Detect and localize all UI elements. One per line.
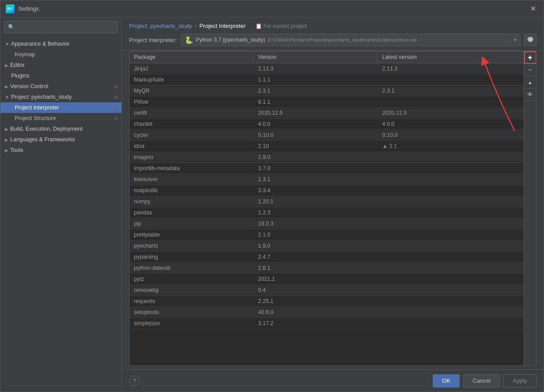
ok-button[interactable]: OK <box>433 374 460 388</box>
interpreter-label: Project Interpreter: <box>129 37 177 43</box>
pycharm-logo: PC <box>6 4 15 13</box>
table-row[interactable]: idna2.10▲ 3.1 <box>129 141 524 152</box>
settings-window: PC Settings ✕ 🔍 ▼ Appearance & Behavior … <box>0 0 544 392</box>
package-name-cell: pip <box>129 218 254 229</box>
table-row[interactable]: imageio2.9.0 <box>129 152 524 163</box>
table-row[interactable]: chardet4.0.04.0.0 <box>129 119 524 130</box>
package-name-cell: chardet <box>129 119 254 129</box>
package-latest-cell <box>378 318 524 329</box>
package-latest-cell <box>378 296 524 307</box>
expand-arrow: ▶ <box>5 63 8 68</box>
package-name-cell: pyparsing <box>129 252 254 262</box>
package-latest-cell: 2.11.3 <box>378 63 524 74</box>
table-row[interactable]: certifi2020.12.52020.12.5 <box>129 108 524 119</box>
copy-icon: ⧉ <box>114 105 118 111</box>
table-row[interactable]: kiwisolver1.3.1 <box>129 174 524 185</box>
breadcrumb-parent[interactable]: Project: pyecharts_study <box>129 23 192 29</box>
search-icon: 🔍 <box>8 24 15 30</box>
sidebar-item-project[interactable]: ▼ Project: pyecharts_study ⧉ <box>0 92 121 102</box>
package-latest-cell: ▲ 3.1 <box>378 141 524 151</box>
table-row[interactable]: requests2.25.1 <box>129 296 524 307</box>
package-version-cell: 4.0.0 <box>254 119 378 129</box>
packages-table[interactable]: Package Version Latest version Jinja22.1… <box>129 51 524 365</box>
package-name-cell: cycler <box>129 130 254 140</box>
package-latest-cell <box>378 97 524 107</box>
package-name-cell: python-dateutil <box>129 263 254 273</box>
add-package-button[interactable]: + <box>524 51 536 64</box>
table-row[interactable]: pip19.0.3 <box>129 218 524 229</box>
table-container: Package Version Latest version Jinja22.1… <box>129 51 536 366</box>
sidebar-item-languages[interactable]: ▶ Languages & Frameworks <box>0 134 121 145</box>
sidebar-item-plugins[interactable]: Plugins <box>0 70 121 81</box>
table-row[interactable]: pytz2021.1 <box>129 274 524 285</box>
package-version-cell: 1.2.3 <box>254 207 378 218</box>
sidebar-item-project-interpreter[interactable]: Project Interpreter ⧉ <box>0 102 121 113</box>
sidebar-item-label: Appearance & Behavior <box>11 41 70 47</box>
remove-package-button[interactable]: − <box>524 64 536 76</box>
breadcrumb-tag[interactable]: 📋 For current project <box>255 23 307 29</box>
table-row[interactable]: MyQR2.3.12.3.1 <box>129 85 524 97</box>
sidebar-item-project-structure[interactable]: Project Structure ⧉ <box>0 113 121 124</box>
expand-arrow: ▶ <box>5 84 8 89</box>
python-icon: 🐍 <box>184 36 193 44</box>
sidebar-item-keymap[interactable]: Keymap <box>0 49 121 60</box>
table-row[interactable]: python-dateutil2.8.1 <box>129 263 524 274</box>
sidebar-item-editor[interactable]: ▶ Editor <box>0 60 121 70</box>
cancel-button[interactable]: Cancel <box>463 374 500 388</box>
apply-button[interactable]: Apply <box>503 374 536 388</box>
interpreter-gear-button[interactable] <box>524 34 536 46</box>
package-version-cell: 1.9.0 <box>254 241 378 251</box>
sidebar-nav: ▼ Appearance & Behavior Keymap ▶ Editor … <box>0 37 121 392</box>
interpreter-select[interactable]: 🐍 Python 3.7 (pyecharts_study) D:\CWork\… <box>180 34 521 46</box>
package-name-cell: pytz <box>129 274 254 284</box>
titlebar: PC Settings ✕ <box>0 0 544 17</box>
eye-button[interactable]: 👁 <box>524 89 536 101</box>
sidebar-item-appearance[interactable]: ▼ Appearance & Behavior <box>0 39 121 49</box>
package-name-cell: Pillow <box>129 97 254 107</box>
table-row[interactable]: Pillow8.1.1 <box>129 97 524 108</box>
help-button[interactable]: ? <box>129 376 140 386</box>
sidebar-item-label: Tools <box>10 147 23 153</box>
table-row[interactable]: setuptools40.8.0 <box>129 307 524 318</box>
table-row[interactable]: cycler0.10.00.10.0 <box>129 130 524 141</box>
table-row[interactable]: numpy1.20.1 <box>129 196 524 207</box>
package-name-cell: requests <box>129 296 254 307</box>
upgrade-button[interactable]: ▲ <box>524 76 536 89</box>
sidebar-item-version-control[interactable]: ▶ Version Control ⧉ <box>0 81 121 92</box>
table-row[interactable]: Jinja22.11.32.11.3 <box>129 63 524 74</box>
breadcrumb-current: Project Interpreter <box>200 23 246 29</box>
search-box[interactable]: 🔍 <box>4 21 118 33</box>
package-latest-cell <box>378 163 524 174</box>
package-name-cell: MyQR <box>129 85 254 96</box>
package-latest-cell <box>378 229 524 240</box>
package-latest-cell <box>378 174 524 185</box>
package-latest-cell <box>378 263 524 273</box>
sidebar-item-label: Project Interpreter <box>15 105 59 111</box>
panel-header: Project: pyecharts_study › Project Inter… <box>122 17 544 51</box>
package-latest-cell <box>378 241 524 251</box>
package-version-cell: 3.17.2 <box>254 318 378 329</box>
search-input[interactable] <box>17 24 114 30</box>
table-row[interactable]: importlib-metadata3.7.0 <box>129 163 524 174</box>
table-row[interactable]: pandas1.2.3 <box>129 207 524 218</box>
interpreter-value: Python 3.7 (pyecharts_study) <box>196 37 265 43</box>
package-version-cell: 2.10 <box>254 141 378 151</box>
package-name-cell: simplejson <box>129 318 254 329</box>
table-row[interactable]: prettytable2.1.0 <box>129 229 524 241</box>
package-version-cell: 2.25.1 <box>254 296 378 307</box>
close-button[interactable]: ✕ <box>528 4 538 14</box>
table-row[interactable]: pyparsing2.4.7 <box>129 252 524 263</box>
package-name-cell: kiwisolver <box>129 174 254 185</box>
package-version-cell: 0.4 <box>254 285 378 295</box>
table-row[interactable]: simplejson3.17.2 <box>129 318 524 329</box>
table-row[interactable]: matplotlib3.3.4 <box>129 185 524 196</box>
table-row[interactable]: MarkupSafe1.1.1 <box>129 74 524 85</box>
sidebar-item-build[interactable]: ▶ Build, Execution, Deployment <box>0 124 121 134</box>
sidebar-item-tools[interactable]: ▶ Tools <box>0 145 121 155</box>
window-title: Settings <box>18 5 528 12</box>
table-row[interactable]: removebg0.4 <box>129 285 524 296</box>
package-latest-cell: 2020.12.5 <box>378 108 524 118</box>
package-version-cell: 3.3.4 <box>254 185 378 196</box>
table-row[interactable]: pyecharts1.9.0 <box>129 241 524 252</box>
package-version-cell: 2.9.0 <box>254 152 378 163</box>
